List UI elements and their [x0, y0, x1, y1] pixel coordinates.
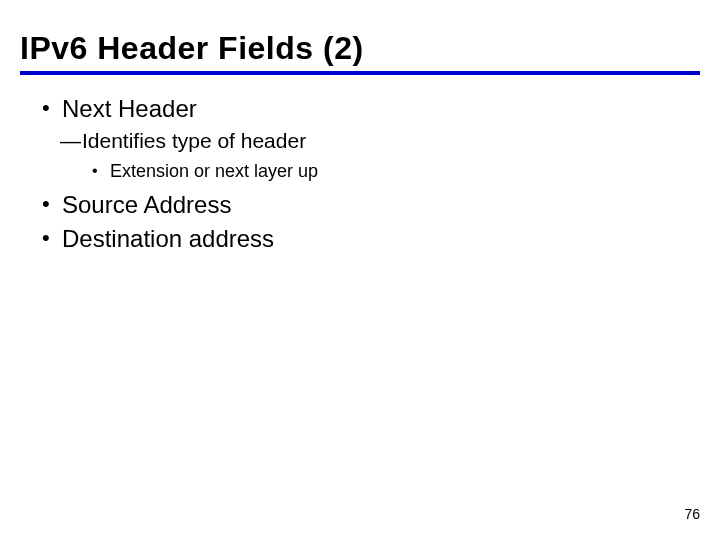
title-underline	[20, 71, 700, 75]
subbullet-identifies-type: Identifies type of header	[20, 127, 700, 155]
bullet-destination-address: Destination address	[20, 223, 700, 255]
bullet-source-address: Source Address	[20, 189, 700, 221]
slide-container: IPv6 Header Fields (2) Next Header Ident…	[0, 0, 720, 540]
bullet-list: Next Header Identifies type of header Ex…	[20, 93, 700, 256]
slide-title: IPv6 Header Fields (2)	[20, 30, 700, 67]
subsubbullet-extension: Extension or next layer up	[20, 158, 700, 185]
page-number: 76	[684, 506, 700, 522]
bullet-next-header: Next Header	[20, 93, 700, 125]
